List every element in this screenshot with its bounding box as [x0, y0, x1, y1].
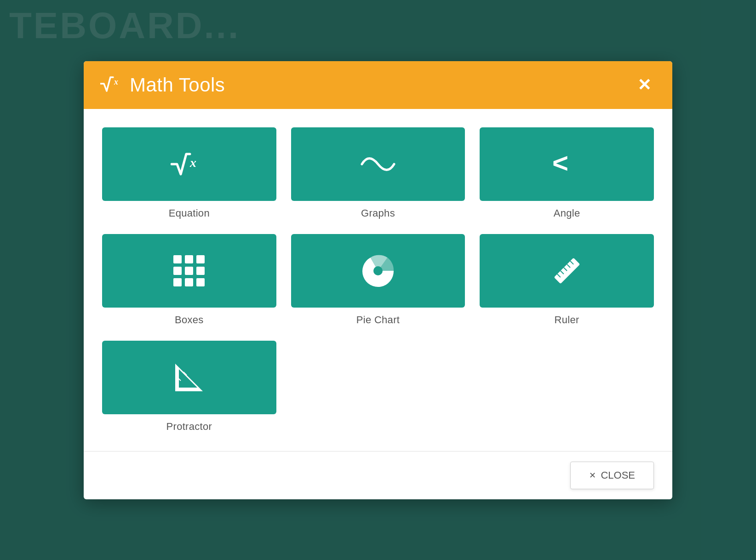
tool-item-ruler[interactable]: Ruler	[480, 234, 654, 326]
tool-card-protractor[interactable]	[102, 341, 276, 414]
close-button-label: CLOSE	[601, 469, 635, 481]
svg-text:<: <	[552, 148, 568, 178]
boxes-label: Boxes	[175, 314, 204, 326]
close-button[interactable]: ✕ CLOSE	[570, 462, 654, 489]
modal-footer: ✕ CLOSE	[84, 451, 672, 499]
svg-rect-10	[185, 278, 193, 286]
svg-marker-20	[179, 369, 197, 388]
svg-rect-3	[173, 255, 182, 263]
graphs-label: Graphs	[361, 207, 395, 219]
modal-overlay: x Math Tools ✕ x	[0, 0, 756, 560]
tool-card-boxes[interactable]	[102, 234, 276, 308]
ruler-icon	[549, 252, 585, 289]
equation-label: Equation	[169, 207, 210, 219]
tool-card-equation[interactable]: x	[102, 127, 276, 201]
protractor-icon	[171, 359, 207, 396]
pie-chart-label: Pie Chart	[356, 314, 400, 326]
svg-rect-9	[173, 278, 182, 286]
math-tools-modal: x Math Tools ✕ x	[84, 61, 672, 499]
close-button-x-icon: ✕	[589, 470, 596, 480]
pie-chart-icon	[360, 252, 396, 289]
svg-rect-6	[173, 267, 182, 275]
svg-rect-5	[196, 255, 205, 263]
tool-item-angle[interactable]: < Angle	[480, 127, 654, 219]
modal-body: x Equation Graphs	[84, 109, 672, 451]
svg-point-12	[373, 266, 383, 275]
tool-item-pie-chart[interactable]: Pie Chart	[291, 234, 465, 326]
tool-card-pie-chart[interactable]	[291, 234, 465, 308]
modal-close-x-button[interactable]: ✕	[633, 75, 656, 95]
svg-rect-8	[196, 267, 205, 275]
ruler-label: Ruler	[555, 314, 579, 326]
angle-label: Angle	[554, 207, 580, 219]
equation-icon: x	[171, 146, 207, 183]
tool-item-equation[interactable]: x Equation	[102, 127, 276, 219]
tool-card-ruler[interactable]	[480, 234, 654, 308]
angle-icon: <	[549, 146, 585, 183]
svg-text:x: x	[189, 155, 196, 170]
modal-title: Math Tools	[130, 74, 225, 96]
protractor-label: Protractor	[166, 421, 212, 433]
svg-rect-7	[185, 267, 193, 275]
header-left: x Math Tools	[100, 74, 225, 96]
boxes-icon	[171, 252, 207, 289]
math-tools-header-icon: x	[100, 74, 123, 96]
tool-item-protractor[interactable]: Protractor	[102, 341, 276, 433]
tool-item-graphs[interactable]: Graphs	[291, 127, 465, 219]
graphs-icon	[360, 146, 396, 183]
tools-grid: x Equation Graphs	[102, 127, 654, 433]
tool-item-boxes[interactable]: Boxes	[102, 234, 276, 326]
tool-card-angle[interactable]: <	[480, 127, 654, 201]
modal-header: x Math Tools ✕	[84, 61, 672, 109]
svg-rect-11	[196, 278, 205, 286]
svg-rect-4	[185, 255, 193, 263]
svg-text:x: x	[114, 77, 118, 86]
tool-card-graphs[interactable]	[291, 127, 465, 201]
